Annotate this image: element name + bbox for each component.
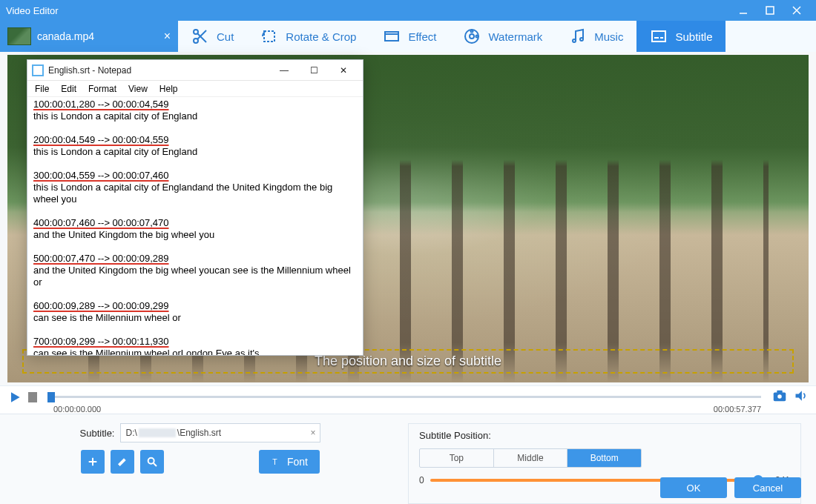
file-tab-close-icon[interactable]: × xyxy=(164,30,171,43)
subtitle-path-input[interactable]: D:\ \English.srt × xyxy=(120,423,320,442)
menu-file[interactable]: File xyxy=(35,84,49,94)
notepad-menubar: File Edit Format View Help xyxy=(27,81,363,97)
dialog-buttons: OK Cancel xyxy=(660,477,801,498)
notepad-window: English.srt - Notepad — ☐ ✕ File Edit Fo… xyxy=(27,59,363,356)
subtitle-overlay-text: The position and size of subtitle xyxy=(315,354,501,368)
file-name: canada.mp4 xyxy=(37,30,94,42)
srt-timestamp: 200:00:04,549 --> 00:00:04,559 xyxy=(33,134,357,146)
minimize-icon[interactable] xyxy=(730,0,757,21)
svg-rect-17 xyxy=(652,31,665,42)
tab-effect[interactable]: Effect xyxy=(369,21,450,52)
edit-subtitle-button[interactable] xyxy=(111,450,134,474)
font-icon: T xyxy=(271,457,281,467)
path-redacted xyxy=(139,428,176,437)
watermark-icon xyxy=(463,27,481,45)
srt-text: this is London a capital city of England xyxy=(33,110,357,122)
notepad-icon xyxy=(32,64,44,76)
position-bottom[interactable]: Bottom xyxy=(567,449,641,467)
effect-icon xyxy=(383,27,401,45)
srt-text: and the United Kingdom the big wheel you xyxy=(33,229,357,241)
range-marker[interactable] xyxy=(28,392,37,402)
maximize-icon[interactable] xyxy=(757,0,783,21)
music-icon xyxy=(569,27,587,45)
svg-text:T: T xyxy=(272,457,277,466)
svg-rect-8 xyxy=(264,31,274,42)
svg-marker-24 xyxy=(796,391,802,400)
position-top[interactable]: Top xyxy=(420,449,494,467)
subtitle-path-label: Subtitle: xyxy=(80,428,115,439)
svg-point-14 xyxy=(476,36,478,38)
toolbar: canada.mp4 × Cut Rotate & Crop Effect Wa… xyxy=(0,21,816,52)
svg-rect-1 xyxy=(766,7,774,14)
rotate-crop-icon xyxy=(260,27,278,45)
menu-help[interactable]: Help xyxy=(159,84,178,94)
timeline-scrubber[interactable] xyxy=(47,392,55,402)
slider-min: 0 xyxy=(419,475,424,485)
font-button[interactable]: T Font xyxy=(259,450,320,474)
play-button[interactable] xyxy=(7,390,22,405)
tool-tabs: Cut Rotate & Crop Effect Watermark Music… xyxy=(178,21,816,52)
file-tab[interactable]: canada.mp4 × xyxy=(0,21,178,52)
scissors-icon xyxy=(191,27,209,45)
tab-label: Music xyxy=(594,30,623,43)
notepad-close-icon[interactable]: ✕ xyxy=(329,60,358,81)
tab-label: Cut xyxy=(217,30,234,43)
svg-point-4 xyxy=(194,30,198,34)
position-segmented: Top Middle Bottom xyxy=(419,448,642,468)
add-subtitle-button[interactable] xyxy=(81,450,105,474)
notepad-title: English.srt - Notepad xyxy=(48,65,131,76)
tab-watermark[interactable]: Watermark xyxy=(450,21,556,52)
tab-label: Effect xyxy=(408,30,436,43)
svg-point-13 xyxy=(471,30,473,33)
srt-text: this is London a capital city of England… xyxy=(33,182,357,205)
srt-text: can see is the Millennium wheel or xyxy=(33,312,357,324)
path-prefix: D:\ xyxy=(125,428,136,438)
svg-marker-20 xyxy=(11,392,20,402)
tab-subtitle[interactable]: Subtitle xyxy=(636,21,725,52)
tab-label: Rotate & Crop xyxy=(286,30,356,43)
app-titlebar: Video Editor xyxy=(0,0,816,21)
tab-label: Subtitle xyxy=(675,30,712,43)
volume-button[interactable] xyxy=(794,388,809,406)
notepad-maximize-icon[interactable]: ☐ xyxy=(299,60,329,81)
srt-timestamp: 600:00:09,289 --> 00:00:09,299 xyxy=(33,300,357,312)
file-thumbnail xyxy=(7,27,31,45)
position-title: Subtitle Position: xyxy=(419,430,790,441)
app-title: Video Editor xyxy=(6,5,59,16)
timeline[interactable] xyxy=(47,396,761,398)
svg-rect-9 xyxy=(385,32,398,41)
svg-point-5 xyxy=(194,39,198,43)
srt-timestamp: 100:00:01,280 --> 00:00:04,549 xyxy=(33,99,357,110)
ok-button[interactable]: OK xyxy=(660,477,727,498)
path-suffix: \English.srt xyxy=(177,428,221,438)
srt-text: can see is the Millennium wheel orLondon… xyxy=(33,348,357,355)
notepad-body[interactable]: 100:00:01,280 --> 00:00:04,549this is Lo… xyxy=(27,97,363,355)
menu-view[interactable]: View xyxy=(128,84,148,94)
svg-line-28 xyxy=(154,463,157,466)
menu-edit[interactable]: Edit xyxy=(61,84,76,94)
svg-point-15 xyxy=(573,39,576,42)
close-icon[interactable] xyxy=(783,0,810,21)
time-current: 00:00:00.000 xyxy=(53,405,101,414)
clear-path-icon[interactable]: × xyxy=(310,428,315,438)
cancel-button[interactable]: Cancel xyxy=(734,477,801,498)
svg-point-22 xyxy=(777,394,782,399)
svg-rect-23 xyxy=(777,390,782,393)
search-subtitle-button[interactable] xyxy=(140,450,164,474)
srt-timestamp: 700:00:09,299 --> 00:00:11,930 xyxy=(33,336,357,348)
snapshot-button[interactable] xyxy=(771,388,788,407)
notepad-titlebar[interactable]: English.srt - Notepad — ☐ ✕ xyxy=(27,60,363,81)
notepad-minimize-icon[interactable]: — xyxy=(269,60,299,81)
font-button-label: Font xyxy=(287,456,308,468)
position-middle[interactable]: Middle xyxy=(494,449,568,467)
menu-format[interactable]: Format xyxy=(88,84,116,94)
subtitle-icon xyxy=(650,27,668,45)
tab-rotate-crop[interactable]: Rotate & Crop xyxy=(247,21,369,52)
srt-text: and the United Kingdom the big wheel you… xyxy=(33,265,357,288)
tab-label: Watermark xyxy=(488,30,542,43)
tab-cut[interactable]: Cut xyxy=(178,21,247,52)
svg-point-12 xyxy=(470,34,474,39)
svg-point-16 xyxy=(580,38,583,41)
tab-music[interactable]: Music xyxy=(556,21,636,52)
srt-timestamp: 400:00:07,460 --> 00:00:07,470 xyxy=(33,217,357,229)
